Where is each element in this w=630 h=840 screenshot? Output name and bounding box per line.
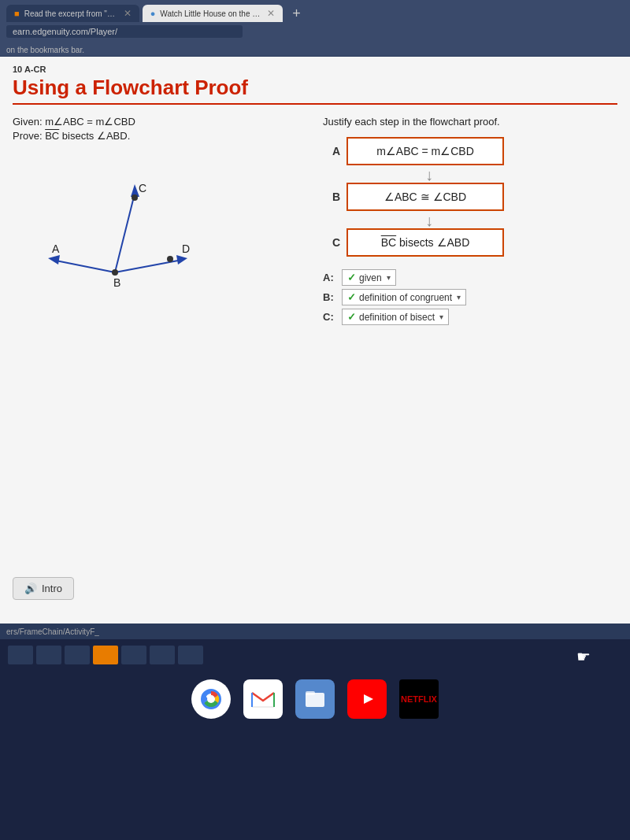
svg-point-11 [132,194,138,201]
svg-text:C: C [139,182,146,194]
taskbar-btn-3[interactable] [65,646,90,664]
svg-text:B: B [113,276,120,289]
netflix-label: NETFLIX [401,694,437,704]
geometry-diagram: A D C B [13,154,217,320]
diagram-area: A D C B [13,154,217,312]
taskbar-btn-6[interactable] [150,646,175,664]
arrow-b-to-c: ↓ [425,213,433,228]
prove-label: Prove: BC bisects ∠ABD. [13,130,130,142]
arrow-a-to-b: ↓ [425,167,433,183]
svg-rect-22 [306,691,315,695]
step-c-box: BC bisects ∠ABD [346,228,504,257]
svg-point-10 [112,269,118,276]
address-bar [6,25,624,38]
just-row-a: A: ✓ given ▾ [323,269,617,286]
app-dock: NETFLIX [0,671,630,734]
tab-1[interactable]: ■ Read the excerpt from "The Crab ✕ [6,5,139,22]
taskbar-btn-1[interactable] [8,646,33,664]
main-content: 10 A-CR Using a Flowchart Proof Given: m… [0,57,630,624]
just-c-letter: C: [323,311,337,323]
given-label: Given: m∠ABC = m∠CBD [13,116,135,128]
gmail-app-icon[interactable] [243,679,283,719]
cursor-icon: ☛ [576,647,591,666]
proof-steps: A m∠ABC = m∠CBD ↓ B ∠ABC ≅ ∠CBD ↓ C [323,137,617,258]
proof-step-c: C BC bisects ∠ABD [323,228,504,257]
tab-2[interactable]: ● Watch Little House on the Prairi ✕ [143,5,284,22]
right-panel: Justify each step in the flowchart proof… [323,116,617,328]
step-a-label: A [323,145,340,157]
step-c-label: C [323,236,340,249]
svg-marker-3 [176,255,187,265]
just-b-value: definition of congruent [359,292,452,303]
tab1-label: Read the excerpt from "The Crab [24,9,119,18]
just-b-letter: B: [323,291,337,303]
tab1-close[interactable]: ✕ [124,8,132,19]
justification-area: A: ✓ given ▾ B: ✓ definition of congruen… [323,269,617,325]
just-a-dropdown[interactable]: ✓ given ▾ [342,269,396,286]
just-c-value: definition of bisect [359,312,435,323]
svg-line-4 [115,194,135,272]
content-area: Given: m∠ABC = m∠CBD Prove: BC bisects ∠… [13,116,617,328]
dropdown-b-arrow[interactable]: ▾ [457,293,461,302]
browser-chrome: ■ Read the excerpt from "The Crab ✕ ● Wa… [0,0,630,44]
tab1-icon: ■ [14,9,20,18]
intro-button[interactable]: 🔊 Intro [13,577,74,600]
dropdown-a-arrow[interactable]: ▾ [387,273,391,282]
just-row-b: B: ✓ definition of congruent ▾ [323,289,617,305]
tab-bar: ■ Read the excerpt from "The Crab ✕ ● Wa… [6,5,624,22]
justify-label: Justify each step in the flowchart proof… [323,116,617,128]
speaker-icon: 🔊 [24,583,37,594]
just-a-letter: A: [323,272,337,283]
intro-label: Intro [42,583,62,594]
bookmarks-bar: on the bookmarks bar. [0,44,630,57]
taskbar-btn-5[interactable] [121,646,146,664]
svg-text:D: D [182,242,190,255]
netflix-app-icon[interactable]: NETFLIX [399,679,439,719]
new-tab-button[interactable]: + [286,6,307,22]
check-c-icon: ✓ [347,311,356,323]
address-input[interactable] [6,25,243,38]
proof-step-b: B ∠ABC ≅ ∠CBD [323,183,504,211]
svg-point-12 [167,256,173,262]
page-title: Using a Flowchart Proof [13,76,617,105]
check-a-icon: ✓ [347,272,356,283]
svg-text:A: A [52,242,60,255]
just-a-value: given [359,272,382,283]
just-c-dropdown[interactable]: ✓ definition of bisect ▾ [342,309,449,325]
just-b-dropdown[interactable]: ✓ definition of congruent ▾ [342,289,466,305]
url-footer: ers/FrameChain/ActivityF_ [0,624,630,639]
prove-text: Prove: BC bisects ∠ABD. [13,130,307,142]
left-panel: Given: m∠ABC = m∠CBD Prove: BC bisects ∠… [13,116,307,328]
dropdown-c-arrow[interactable]: ▾ [439,313,443,321]
svg-line-2 [115,261,178,272]
step-a-box: m∠ABC = m∠CBD [346,137,504,165]
step-b-box: ∠ABC ≅ ∠CBD [346,183,504,211]
taskbar-btn-4[interactable] [93,646,118,664]
proof-step-a: A m∠ABC = m∠CBD [323,137,504,165]
tab2-label: Watch Little House on the Prairi [160,9,262,18]
tab2-close[interactable]: ✕ [267,8,275,19]
svg-line-0 [56,261,115,272]
chrome-app-icon[interactable] [191,679,231,719]
bookmarks-text: on the bookmarks bar. [6,46,84,54]
just-row-c: C: ✓ definition of bisect ▾ [323,309,617,325]
given-text: Given: m∠ABC = m∠CBD [13,116,307,128]
step-b-label: B [323,191,340,203]
files-app-icon[interactable] [295,679,335,719]
check-b-icon: ✓ [347,291,356,303]
taskbar: ☛ [0,639,630,671]
url-text: ers/FrameChain/ActivityF_ [6,627,99,636]
svg-point-16 [207,695,215,703]
tab2-icon: ● [150,9,156,18]
svg-marker-1 [48,255,60,265]
course-label: 10 A-CR [13,65,617,74]
taskbar-btn-2[interactable] [36,646,61,664]
taskbar-btn-7[interactable] [178,646,203,664]
youtube-app-icon[interactable] [347,679,387,719]
